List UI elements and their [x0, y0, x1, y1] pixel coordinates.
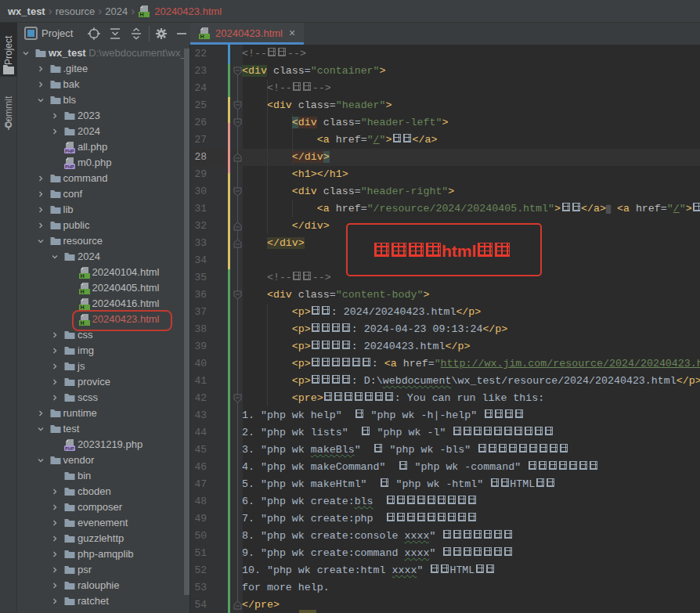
svg-text:PHP: PHP	[65, 164, 74, 169]
svg-text:H: H	[80, 272, 84, 279]
svg-text:PHP: PHP	[65, 446, 74, 451]
svg-text:H: H	[200, 33, 204, 39]
svg-text:PHP: PHP	[65, 149, 74, 153]
svg-text:H: H	[80, 304, 84, 310]
svg-text:H: H	[80, 288, 84, 294]
